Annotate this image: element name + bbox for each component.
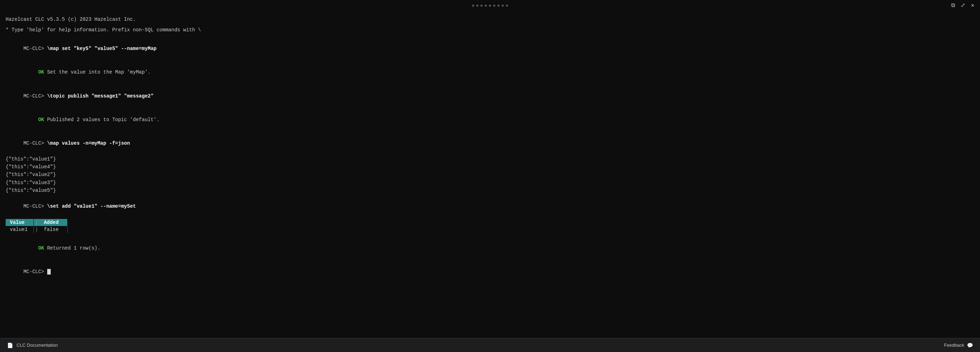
- status-bar-left[interactable]: 📄 CLC Documentation: [7, 342, 58, 348]
- command-line-2: MC-CLC> \topic publish "message1" "messa…: [6, 84, 974, 108]
- spacer-3: [6, 234, 974, 236]
- command-text-3: \map values -n=myMap -f=json: [47, 140, 130, 146]
- input-line[interactable]: MC-CLC>: [6, 260, 974, 284]
- command-line-3: MC-CLC> \map values -n=myMap -f=json: [6, 131, 974, 155]
- result-message: Returned 1 row(s).: [44, 245, 100, 251]
- ok-line-2: OK Published 2 values to Topic 'default'…: [6, 108, 974, 131]
- title-dot-1: [472, 5, 474, 7]
- command-line-4: MC-CLC> \set add "value1" --name=mySet: [6, 195, 974, 218]
- command-text-4: \set add "value1" --name=mySet: [47, 203, 136, 209]
- close-icon[interactable]: ✕: [971, 3, 974, 8]
- prompt-3: MC-CLC>: [23, 140, 47, 146]
- ok-message-1: Set the value into the Map 'myMap'.: [44, 69, 150, 75]
- title-dot-3: [480, 5, 483, 7]
- title-dot-5: [489, 5, 491, 7]
- title-bar: ⧉ ⤢ ✕: [0, 0, 980, 11]
- json-line-2: {"this":"value4"}: [6, 163, 974, 171]
- ok-badge-3: OK: [23, 245, 44, 251]
- prompt-2: MC-CLC>: [23, 93, 47, 99]
- status-bar: 📄 CLC Documentation Feedback 💬: [0, 338, 980, 352]
- command-text-1: \map set "key5" "value5" --name=myMap: [47, 46, 157, 51]
- title-dot-2: [476, 5, 478, 7]
- ok-line-1: OK Set the value into the Map 'myMap'.: [6, 60, 974, 84]
- prompt-4: MC-CLC>: [23, 203, 47, 209]
- json-line-5: {"this":"value5"}: [6, 187, 974, 194]
- spacer-1: [6, 23, 974, 26]
- doc-label[interactable]: CLC Documentation: [17, 342, 58, 348]
- feedback-icon: 💬: [967, 342, 973, 348]
- table-header-value: Value: [6, 219, 34, 226]
- ok-message-2: Published 2 values to Topic 'default'.: [44, 117, 159, 122]
- title-dot-8: [502, 5, 504, 7]
- ok-badge-1: OK: [23, 69, 44, 75]
- command-line-1: MC-CLC> \map set "key5" "value5" --name=…: [6, 37, 974, 60]
- feedback-label[interactable]: Feedback: [944, 342, 964, 348]
- json-line-4: {"this":"value3"}: [6, 179, 974, 187]
- spacer-2: [6, 34, 974, 37]
- doc-icon: 📄: [7, 342, 13, 348]
- title-bar-dots: [472, 5, 508, 7]
- help-line: * Type 'help' for help information. Pref…: [6, 26, 974, 34]
- result-line: OK Returned 1 row(s).: [6, 236, 974, 260]
- terminal-body[interactable]: Hazelcast CLC v5.3.5 (c) 2023 Hazelcast …: [0, 11, 980, 338]
- table-header-added: Added: [40, 219, 68, 226]
- prompt-1: MC-CLC>: [23, 46, 47, 51]
- title-dot-7: [497, 5, 500, 7]
- json-line-1: {"this":"value1"}: [6, 155, 974, 163]
- header-line: Hazelcast CLC v5.3.5 (c) 2023 Hazelcast …: [6, 16, 974, 23]
- command-text-2: \topic publish "message1" "message2": [47, 93, 154, 99]
- table-header-row: Value | Added: [6, 219, 974, 226]
- table-cell-value-1: value1: [6, 226, 34, 233]
- window-controls: ⧉ ⤢ ✕: [951, 3, 974, 8]
- table-cell-added-1: false: [40, 226, 68, 233]
- table-data-row-1: value1 | false: [6, 226, 974, 233]
- expand-icon[interactable]: ⤢: [961, 3, 965, 8]
- title-dot-6: [493, 5, 495, 7]
- input-prompt: MC-CLC>: [23, 269, 47, 274]
- cursor: [47, 269, 51, 274]
- feedback-button[interactable]: Feedback 💬: [944, 342, 973, 348]
- title-dot-4: [485, 5, 487, 7]
- ok-badge-2: OK: [23, 117, 44, 122]
- maximize-icon[interactable]: ⧉: [951, 3, 955, 8]
- window-container: ⧉ ⤢ ✕ Hazelcast CLC v5.3.5 (c) 2023 Haze…: [0, 0, 980, 352]
- json-line-3: {"this":"value2"}: [6, 171, 974, 178]
- title-dot-9: [506, 5, 508, 7]
- result-table: Value | Added value1 | false: [6, 219, 974, 233]
